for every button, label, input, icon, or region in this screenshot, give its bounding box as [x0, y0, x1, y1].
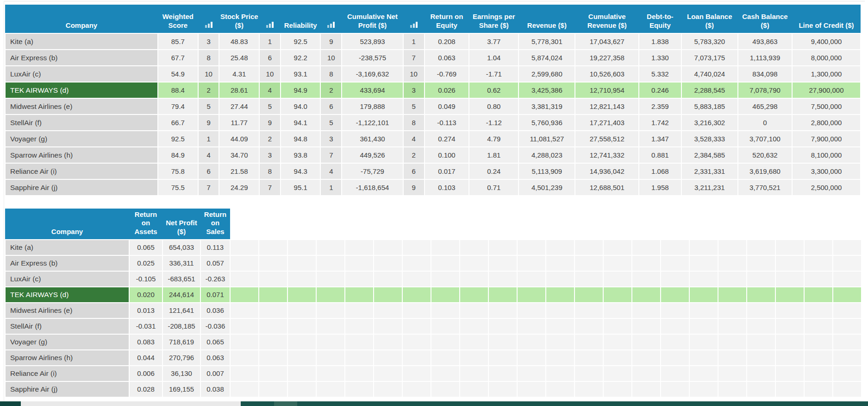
value-cell: 17,271,403 [575, 114, 639, 131]
value-cell: 3,707,100 [738, 131, 792, 147]
table-row: StellAir (f)66.7911.77994.15-1,122,1018-… [5, 114, 861, 131]
value-cell: 0 [738, 114, 792, 131]
bar-chart-icon[interactable] [327, 21, 335, 28]
empty-cell [259, 381, 287, 397]
empty-cell [230, 366, 259, 381]
value-cell: 94.9 [281, 82, 321, 98]
empty-cell [833, 303, 862, 318]
scrollbar-segment [274, 401, 297, 406]
empty-cell [804, 271, 833, 287]
empty-cell [603, 240, 632, 255]
empty-cell [287, 287, 316, 303]
rank-chart-header[interactable] [403, 5, 425, 33]
empty-cell [747, 350, 775, 366]
empty-cell [230, 350, 259, 366]
value-cell: 0.71 [469, 179, 518, 196]
empty-cell [718, 271, 747, 287]
value-cell: 27,900,000 [792, 82, 861, 98]
value-cell: 0.881 [639, 147, 681, 163]
empty-cell [747, 271, 775, 287]
value-cell: -0.036 [200, 318, 230, 334]
value-cell: 449,526 [342, 147, 403, 163]
column-header-label: Reliability [284, 21, 317, 29]
empty-cell [718, 334, 747, 350]
empty-cell [833, 271, 862, 287]
empty-cell [775, 303, 804, 318]
scrollbar-left-corner[interactable] [0, 401, 21, 406]
value-cell: -0.105 [129, 271, 162, 287]
rank-cell: 7 [198, 179, 219, 196]
empty-cell [316, 255, 345, 271]
header-row: CompanyWeighted ScoreStock Price ($)Reli… [5, 5, 861, 33]
value-cell: 4,501,239 [518, 179, 575, 196]
empty-cell [575, 366, 603, 381]
value-cell: 0.065 [200, 334, 230, 350]
horizontal-scrollbar[interactable] [0, 401, 868, 406]
company-name-cell: Sparrow Airlines (h) [5, 350, 129, 366]
empty-cell [718, 350, 747, 366]
value-cell: 654,033 [162, 240, 200, 255]
bar-chart-icon[interactable] [410, 21, 418, 28]
value-cell: 5,783,320 [681, 33, 738, 50]
empty-cell [546, 381, 575, 397]
value-cell: 2,331,331 [681, 163, 738, 179]
empty-cell [431, 240, 460, 255]
empty-cell [546, 334, 575, 350]
empty-cell [661, 366, 689, 381]
empty-cell [689, 240, 718, 255]
company-name-cell: Sparrow Airlines (h) [5, 147, 158, 163]
value-cell: 85.7 [158, 33, 198, 50]
rank-chart-header[interactable] [259, 5, 281, 33]
empty-cell [517, 303, 546, 318]
value-cell: 94.0 [281, 98, 321, 114]
empty-cell [402, 271, 431, 287]
column-header-label: Revenue ($) [527, 21, 567, 29]
empty-cell [488, 271, 517, 287]
empty-cell [689, 350, 718, 366]
column-header-12: Cumulative Revenue ($) [575, 5, 639, 33]
column-header-11: Revenue ($) [518, 5, 575, 33]
value-cell: 7,078,790 [738, 82, 792, 98]
table-row: Voyager (g)92.5144.09294.83361,43040.274… [5, 131, 861, 147]
report-page: CompanyWeighted ScoreStock Price ($)Reli… [0, 0, 868, 406]
empty-cell [575, 318, 603, 334]
empty-cell [689, 303, 718, 318]
value-cell: 28.61 [219, 82, 259, 98]
empty-cell [488, 334, 517, 350]
empty-cell [546, 366, 575, 381]
rank-cell: 8 [259, 163, 281, 179]
returns-table: CompanyReturn on AssetsNet Profit ($)Ret… [5, 209, 862, 398]
bar-chart-icon[interactable] [266, 21, 274, 28]
value-cell: 1.330 [639, 50, 681, 66]
empty-cell [374, 366, 402, 381]
empty-cell [718, 381, 747, 397]
empty-cell [230, 271, 259, 287]
empty-cell [460, 350, 488, 366]
rank-chart-header[interactable] [198, 5, 219, 33]
value-cell: 1.347 [639, 131, 681, 147]
value-cell: 0.013 [129, 303, 162, 318]
empty-cell [230, 255, 259, 271]
value-cell: 3,216,302 [681, 114, 738, 131]
scrollbar-thumb[interactable] [21, 401, 241, 406]
rank-cell: 3 [198, 33, 219, 50]
left-divider [4, 1, 4, 403]
value-cell: 5,760,936 [518, 114, 575, 131]
value-cell: 4.79 [469, 131, 518, 147]
bar-chart-icon[interactable] [205, 21, 212, 28]
empty-cell [603, 255, 632, 271]
empty-cell [488, 255, 517, 271]
rank-chart-header[interactable] [320, 5, 342, 33]
empty-cell [402, 366, 431, 381]
value-cell: 66.7 [158, 114, 198, 131]
empty-cell [345, 255, 374, 271]
empty-cell [287, 318, 316, 334]
rank-cell: 4 [198, 147, 219, 163]
value-cell: 27.44 [219, 98, 259, 114]
empty-cell [345, 287, 374, 303]
empty-cell [259, 334, 287, 350]
column-header-label: Earnings per Share ($) [473, 13, 515, 29]
value-cell: 95.1 [281, 179, 321, 196]
empty-cell [287, 366, 316, 381]
value-cell: 0.007 [200, 366, 230, 381]
